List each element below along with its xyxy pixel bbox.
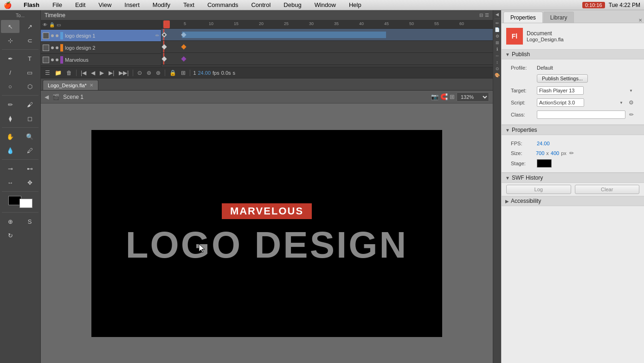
file-tab[interactable]: Logo_Design.fla* ✕ (43, 80, 98, 90)
select-tool[interactable]: ↖ (1, 20, 19, 33)
strip-icon-2[interactable]: ✏ (496, 21, 499, 26)
size-width[interactable]: 700 (536, 150, 544, 156)
fill-color[interactable] (19, 199, 32, 208)
tween-bar-1 (182, 32, 386, 38)
oval-tool[interactable]: ○ (1, 80, 19, 93)
ruler-45: 45 (384, 20, 389, 26)
delete-layer-icon[interactable]: 🗑 (65, 70, 73, 76)
add-folder-icon[interactable]: 📁 (53, 70, 63, 76)
swf-history-header[interactable]: ▼ SWF History (502, 173, 644, 183)
frame-row-1[interactable] (161, 29, 493, 41)
menu-modify[interactable]: Modify (150, 1, 173, 8)
stage-color-swatch[interactable] (537, 159, 552, 168)
subselect-tool[interactable]: ↗ (20, 20, 39, 33)
snap-layers-icon[interactable]: ⊞ (180, 70, 187, 76)
menu-view[interactable]: View (96, 1, 114, 8)
frame-row-3[interactable] (161, 53, 493, 65)
bone-tool[interactable]: ⊸ (1, 162, 19, 175)
tool-row-2: ⊹ ⊂ (1, 34, 39, 47)
strip-icon-4[interactable]: ⚙ (496, 34, 499, 39)
freeform-tool[interactable]: ⊹ (1, 34, 19, 47)
eyedropper-tool[interactable]: 💧 (1, 144, 19, 157)
prev-frame-icon[interactable]: ◀ (90, 70, 97, 76)
class-input[interactable] (537, 110, 625, 119)
tab-close-icon[interactable]: ✕ (90, 83, 93, 88)
fps-value[interactable]: 24.00 (537, 141, 550, 146)
pencil-tool[interactable]: ✏ (1, 98, 19, 111)
apple-menu[interactable]: 🍎 (4, 1, 12, 9)
paint-tool[interactable]: ⧫ (1, 112, 19, 125)
strip-icon-8[interactable]: ↕ (496, 60, 498, 65)
layer-row-2[interactable]: logo design 2 (41, 42, 161, 54)
ruler-30: 30 (309, 20, 314, 26)
script-settings-icon[interactable]: ⚙ (628, 98, 635, 107)
publish-section-header[interactable]: ▼ Publish (502, 49, 644, 59)
snap-tool[interactable]: ⊕ (1, 215, 19, 228)
menu-help[interactable]: Help (346, 1, 364, 8)
brush-tool[interactable]: 🖌 (20, 98, 39, 111)
bind-tool[interactable]: ⊷ (20, 162, 39, 175)
rect-tool[interactable]: ▭ (20, 66, 39, 79)
zoom-select[interactable]: 132% (457, 92, 489, 102)
move-tool[interactable]: ✥ (20, 176, 39, 189)
size-height[interactable]: 400 (551, 150, 559, 156)
ink-tool[interactable]: 🖊 (20, 144, 39, 157)
menu-flash[interactable]: Flash (21, 1, 42, 8)
next-frame-icon[interactable]: ▶| (107, 70, 116, 76)
panel-close-icon[interactable]: ✕ (638, 18, 642, 23)
layer-row-1[interactable]: logo design 1 ✏ (41, 30, 161, 42)
target-select[interactable]: Flash Player 13 (537, 86, 584, 95)
keyframe-2-5 (181, 44, 186, 49)
extra-tool[interactable]: ↻ (1, 229, 19, 242)
bone2-tool[interactable]: S (20, 215, 39, 228)
stage-canvas[interactable]: MARVELOUS LOGO DESIGN (41, 104, 493, 363)
size-edit-icon[interactable]: ✏ (568, 149, 575, 157)
onion-edit-icon[interactable]: ⊚ (145, 70, 153, 76)
strip-icon-3[interactable]: 📄 (495, 27, 500, 32)
class-edit-icon[interactable]: ✏ (628, 110, 635, 119)
strip-icon-7[interactable]: ↔ (495, 53, 499, 58)
swf-clear-button[interactable]: Clear (575, 185, 640, 194)
script-select[interactable]: ActionScript 3.0 (537, 98, 584, 107)
translate-tool[interactable]: ↔ (1, 176, 19, 189)
timeline-menu-icon[interactable]: ☰ (485, 13, 489, 18)
menu-commands[interactable]: Commands (205, 1, 241, 8)
strip-icon-10[interactable]: 🎨 (495, 73, 500, 78)
line-tool[interactable]: / (1, 66, 19, 79)
tab-library[interactable]: Library (543, 12, 574, 23)
strip-icon-5[interactable]: ⊞ (496, 40, 499, 45)
zoom-tool[interactable]: 🔍 (20, 130, 39, 143)
onion-skin-icon[interactable]: ⊙ (136, 70, 143, 76)
strip-icon-9[interactable]: ⊙ (496, 66, 499, 71)
lock-layers-icon[interactable]: 🔒 (168, 70, 178, 76)
hand-tool[interactable]: ✋ (1, 130, 19, 143)
menu-debug[interactable]: Debug (281, 1, 304, 8)
goto-last-icon[interactable]: ▶▶| (117, 70, 130, 76)
menu-window[interactable]: Window (312, 1, 339, 8)
back-nav-icon[interactable]: ◀ (45, 94, 49, 100)
menu-file[interactable]: File (50, 1, 65, 8)
text-tool[interactable]: T (20, 52, 39, 65)
goto-first-icon[interactable]: |◀ (79, 70, 88, 76)
add-layer-icon[interactable]: ☰ (44, 70, 52, 76)
menu-insert[interactable]: Insert (122, 1, 142, 8)
layer-row-3[interactable]: Marvelous (41, 54, 161, 66)
properties-section-header[interactable]: ▼ Properties (502, 125, 644, 135)
eraser-tool[interactable]: ◻ (20, 112, 39, 125)
publish-settings-button[interactable]: Publish Settings... (537, 74, 588, 83)
swf-log-button[interactable]: Log (506, 185, 571, 194)
play-icon[interactable]: ▶ (98, 70, 105, 76)
poly-tool[interactable]: ⬡ (20, 80, 39, 93)
menu-control[interactable]: Control (248, 1, 273, 8)
strip-icon-1[interactable]: ◀ (496, 12, 499, 17)
pen-tool[interactable]: ✒ (1, 52, 19, 65)
frame-options-icon[interactable]: ⊛ (155, 70, 162, 76)
menu-edit[interactable]: Edit (72, 1, 88, 8)
strip-icon-6[interactable]: ℹ (496, 47, 498, 52)
accessibility-header[interactable]: ▶ Accessibility (502, 196, 644, 206)
timeline-collapse-icon[interactable]: ⊟ (479, 13, 483, 18)
lasso-tool[interactable]: ⊂ (20, 34, 39, 47)
menu-text[interactable]: Text (180, 1, 197, 8)
tab-properties[interactable]: Properties (503, 12, 543, 23)
frame-row-2[interactable] (161, 41, 493, 53)
